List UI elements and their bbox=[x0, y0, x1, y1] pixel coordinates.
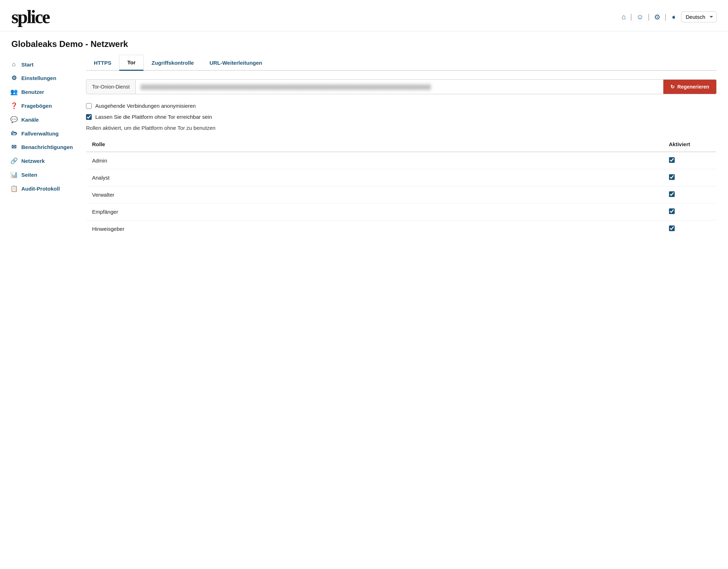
anonymize-label: Ausgehende Verbindungen anonymisieren bbox=[95, 103, 196, 109]
sidebar-label-start: Start bbox=[21, 62, 33, 68]
network-icon: 🔗 bbox=[10, 157, 18, 165]
mail-icon: ✉ bbox=[10, 143, 18, 151]
role-verwalter: Verwalter bbox=[86, 186, 663, 203]
sidebar-label-fallverwaltung: Fallverwaltung bbox=[21, 131, 59, 137]
pages-icon: 📊 bbox=[10, 171, 18, 179]
logout-icon[interactable]: ➧ bbox=[669, 12, 678, 22]
regen-button-label: Regenerieren bbox=[678, 84, 709, 90]
sidebar-item-fallverwaltung[interactable]: 🗁 Fallverwaltung bbox=[7, 127, 75, 140]
allow-without-tor-label: Lassen Sie die Plattform ohne Tor erreic… bbox=[95, 114, 212, 120]
sidebar-label-audit-protokoll: Audit-Protokoll bbox=[21, 186, 60, 192]
logo: splice bbox=[11, 6, 49, 27]
home-icon[interactable]: ⌂ bbox=[620, 12, 627, 22]
sidebar-label-benutzer: Benutzer bbox=[21, 89, 44, 95]
onion-service-label: Tor-Onion-Dienst bbox=[86, 80, 136, 94]
roles-description: Rollen aktiviert, um die Plattform ohne … bbox=[86, 125, 717, 131]
regenerate-button[interactable]: ↻ Regenerieren bbox=[663, 80, 716, 94]
sidebar-label-seiten: Seiten bbox=[21, 172, 37, 178]
tab-tor[interactable]: Tor bbox=[119, 55, 144, 71]
activated-analyst bbox=[663, 169, 717, 186]
tab-bar: HTTPS Tor Zugriffskontrolle URL-Weiterle… bbox=[86, 55, 717, 71]
table-row: Admin bbox=[86, 152, 717, 169]
sidebar-item-start[interactable]: ⌂ Start bbox=[7, 58, 75, 71]
sidebar-item-benachrichtigungen[interactable]: ✉ Benachrichtigungen bbox=[7, 140, 75, 154]
sidebar-item-fragebögen[interactable]: ❓ Fragebögen bbox=[7, 99, 75, 113]
sidebar-label-netzwerk: Netzwerk bbox=[21, 158, 45, 164]
col-header-aktiviert: Aktiviert bbox=[663, 137, 717, 152]
empfänger-checkbox[interactable] bbox=[669, 208, 675, 214]
settings-icon[interactable]: ⚙ bbox=[653, 12, 662, 22]
sidebar-item-netzwerk[interactable]: 🔗 Netzwerk bbox=[7, 154, 75, 168]
admin-checkbox[interactable] bbox=[669, 157, 675, 163]
users-icon: 👥 bbox=[10, 88, 18, 96]
home-icon: ⌂ bbox=[10, 61, 18, 68]
sidebar-label-einstellungen: Einstellungen bbox=[21, 75, 56, 81]
onion-service-row: Tor-Onion-Dienst ███████████████████████… bbox=[86, 79, 717, 94]
role-admin: Admin bbox=[86, 152, 663, 169]
role-empfänger: Empfänger bbox=[86, 203, 663, 220]
allow-without-tor-checkbox[interactable] bbox=[86, 114, 92, 120]
tab-zugriffskontrolle[interactable]: Zugriffskontrolle bbox=[144, 55, 202, 71]
sidebar-label-kanäle: Kanäle bbox=[21, 117, 39, 123]
hinweisgeber-checkbox[interactable] bbox=[669, 225, 675, 231]
question-icon: ❓ bbox=[10, 102, 18, 110]
main-layout: ⌂ Start ⚙ Einstellungen 👥 Benutzer ❓ Fra… bbox=[0, 55, 728, 569]
sidebar: ⌂ Start ⚙ Einstellungen 👥 Benutzer ❓ Fra… bbox=[0, 55, 75, 569]
tab-url-weiterleitungen[interactable]: URL-Weiterleitungen bbox=[202, 55, 270, 71]
header-right: ⌂ | ☺ | ⚙ | ➧ Deutsch English Français E… bbox=[620, 11, 717, 22]
sidebar-item-audit-protokoll[interactable]: 📋 Audit-Protokoll bbox=[7, 182, 75, 196]
sidebar-label-fragebögen: Fragebögen bbox=[21, 103, 52, 109]
analyst-checkbox[interactable] bbox=[669, 174, 675, 180]
activated-hinweisgeber bbox=[663, 220, 717, 238]
settings-icon: ⚙ bbox=[10, 74, 18, 82]
role-analyst: Analyst bbox=[86, 169, 663, 186]
channel-icon: 💬 bbox=[10, 116, 18, 123]
activated-verwalter bbox=[663, 186, 717, 203]
page-title: Globaleaks Demo - Netzwerk bbox=[0, 31, 728, 55]
tab-https[interactable]: HTTPS bbox=[86, 55, 119, 71]
header-icons: ⌂ | ☺ | ⚙ | ➧ bbox=[620, 12, 678, 22]
sidebar-item-kanäle[interactable]: 💬 Kanäle bbox=[7, 113, 75, 127]
activated-admin bbox=[663, 152, 717, 169]
table-header-row: Rolle Aktiviert bbox=[86, 137, 717, 152]
sidebar-label-benachrichtigungen: Benachrichtigungen bbox=[21, 144, 73, 150]
sidebar-item-seiten[interactable]: 📊 Seiten bbox=[7, 168, 75, 182]
verwalter-checkbox[interactable] bbox=[669, 191, 675, 197]
table-row: Verwalter bbox=[86, 186, 717, 203]
activated-empfänger bbox=[663, 203, 717, 220]
allow-without-tor-checkbox-row: Lassen Sie die Plattform ohne Tor erreic… bbox=[86, 114, 717, 120]
audit-icon: 📋 bbox=[10, 185, 18, 192]
table-row: Empfänger bbox=[86, 203, 717, 220]
anonymize-checkbox-row: Ausgehende Verbindungen anonymisieren bbox=[86, 103, 717, 109]
table-row: Hinweisgeber bbox=[86, 220, 717, 238]
sidebar-item-einstellungen[interactable]: ⚙ Einstellungen bbox=[7, 71, 75, 85]
language-select[interactable]: Deutsch English Français Español bbox=[681, 11, 717, 22]
role-hinweisgeber: Hinweisgeber bbox=[86, 220, 663, 238]
roles-table: Rolle Aktiviert Admin Analyst Verwalter bbox=[86, 137, 717, 238]
header: splice ⌂ | ☺ | ⚙ | ➧ Deutsch English Fra… bbox=[0, 0, 728, 31]
table-row: Analyst bbox=[86, 169, 717, 186]
user-icon[interactable]: ☺ bbox=[635, 12, 645, 22]
col-header-rolle: Rolle bbox=[86, 137, 663, 152]
onion-service-value: ████████████████████████████████████████… bbox=[136, 80, 663, 94]
anonymize-checkbox[interactable] bbox=[86, 103, 92, 109]
case-icon: 🗁 bbox=[10, 130, 18, 137]
refresh-icon: ↻ bbox=[670, 84, 675, 90]
sidebar-item-benutzer[interactable]: 👥 Benutzer bbox=[7, 85, 75, 99]
content-area: HTTPS Tor Zugriffskontrolle URL-Weiterle… bbox=[75, 55, 728, 569]
